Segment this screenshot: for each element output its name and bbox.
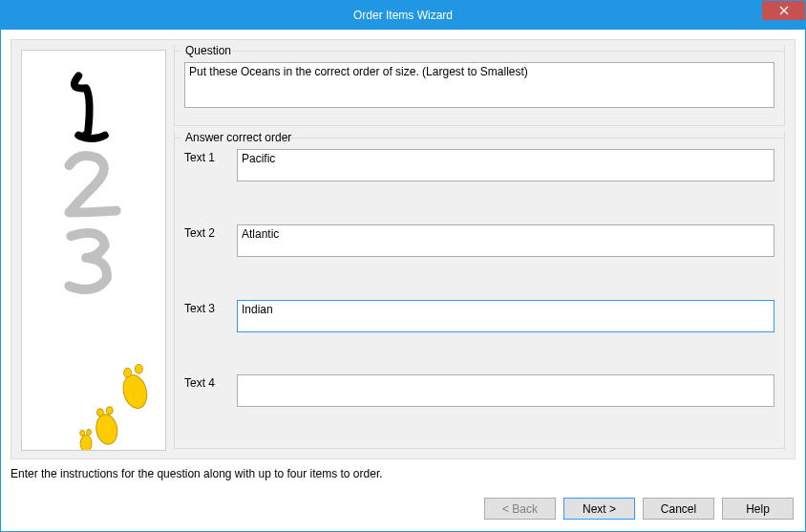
svg-point-3 (124, 368, 132, 377)
answer-label-1: Text 1 (184, 149, 237, 164)
answer-label-4: Text 4 (184, 374, 237, 390)
wizard-banner-image (21, 50, 166, 451)
close-icon (779, 6, 789, 15)
answer-label-3: Text 3 (184, 300, 237, 315)
answer-textarea-2[interactable] (237, 224, 774, 257)
svg-point-2 (119, 372, 150, 411)
content-area: Question Answer correct order Text 1 Tex… (1, 30, 805, 531)
answer-groupbox: Answer correct order Text 1 Text 2 Text … (174, 132, 785, 449)
svg-point-7 (106, 407, 113, 415)
svg-point-8 (80, 435, 92, 450)
svg-point-9 (80, 430, 85, 436)
answer-row: Text 4 (184, 374, 774, 440)
question-group-label: Question (182, 44, 234, 57)
close-button[interactable] (762, 1, 805, 20)
answer-row: Text 2 (184, 224, 774, 290)
question-groupbox: Question (174, 45, 785, 126)
main-panel: Question Answer correct order Text 1 Tex… (11, 39, 795, 459)
answer-row: Text 1 (184, 149, 774, 215)
titlebar: Order Items Wizard (1, 1, 805, 30)
answer-textarea-4[interactable] (237, 374, 774, 407)
svg-point-5 (94, 413, 119, 446)
help-button[interactable]: Help (722, 498, 794, 520)
answer-textarea-3[interactable] (237, 300, 774, 332)
answer-textarea-1[interactable] (237, 149, 774, 181)
svg-point-6 (96, 409, 103, 416)
question-textarea[interactable] (184, 62, 774, 108)
answer-group-label: Answer correct order (182, 131, 294, 144)
button-row: < Back Next > Cancel Help (484, 498, 794, 520)
cancel-button[interactable]: Cancel (643, 498, 714, 520)
svg-point-4 (135, 364, 142, 373)
svg-point-10 (87, 430, 92, 436)
answer-row: Text 3 (184, 300, 774, 366)
answer-label-2: Text 2 (184, 224, 237, 240)
window-title: Order Items Wizard (353, 9, 453, 22)
wizard-window: Order Items Wizard (0, 0, 806, 532)
next-button[interactable]: Next > (563, 498, 635, 520)
hint-text: Enter the instructions for the question … (11, 467, 383, 480)
back-button[interactable]: < Back (484, 498, 556, 520)
